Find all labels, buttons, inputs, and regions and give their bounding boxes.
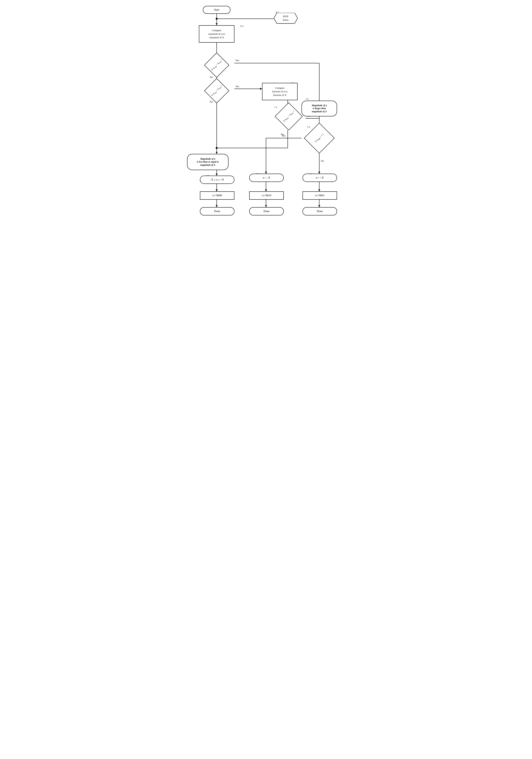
svg-text:IEEE: IEEE — [283, 15, 289, 18]
cc-01-node: cc=0b01 — [303, 191, 337, 200]
svg-marker-51 — [318, 205, 320, 207]
svg-marker-41 — [216, 189, 218, 191]
compare-fraction-node: Comparefraction of α tofraction of X — [262, 83, 298, 100]
svg-marker-17 — [260, 88, 262, 90]
diamond-76-node: Is αsign = 1 ? — [301, 126, 338, 150]
diamond-68-node: Is αexp = Xexp ? — [199, 82, 234, 100]
step-74-label: 7 4 — [306, 98, 308, 100]
svg-marker-33 — [265, 172, 267, 174]
diamond-66-node: Is αexp > Xexp ? — [199, 56, 234, 74]
svg-point-3 — [216, 18, 218, 20]
compare-exponent-node: Compareexponent of α toexponent of X — [199, 25, 234, 43]
flowchart: No Yes No Yes Yes No — [177, 4, 355, 257]
magnitude-less-node: Magnitude of αis less than or equal toma… — [187, 154, 228, 170]
svg-marker-28 — [216, 152, 218, 154]
svg-text:No: No — [210, 76, 213, 79]
svg-marker-52 — [274, 13, 298, 23]
svg-text:No: No — [210, 100, 213, 103]
cc-10-node: cc=0b10 — [249, 191, 284, 200]
svg-marker-45 — [265, 189, 267, 191]
svg-point-14 — [216, 147, 218, 149]
step-64-label: 6 4 — [240, 25, 243, 28]
done-3-node: Done — [303, 207, 337, 216]
cc-00-node: cc=0b00 — [200, 191, 234, 200]
svg-text:No: No — [321, 159, 324, 162]
svg-text:Yes: Yes — [282, 134, 286, 137]
svg-text:No: No — [281, 133, 284, 136]
done-1-node: Done — [200, 207, 234, 216]
svg-text:Entry: Entry — [283, 19, 289, 21]
svg-text:Yes: Yes — [235, 85, 239, 88]
start-node: Start — [203, 6, 230, 14]
result-82-node: α < -X — [249, 174, 284, 182]
svg-marker-1 — [216, 23, 218, 25]
svg-marker-43 — [216, 205, 218, 207]
done-2-node: Done — [249, 207, 284, 216]
result-84-node: α > +X — [303, 174, 337, 182]
svg-marker-47 — [265, 205, 267, 207]
svg-marker-39 — [216, 174, 218, 176]
result-80-node: -X ≤ α ≤ +X — [200, 176, 234, 184]
magnitude-larger-node: Magnitude of αis larger thanmagnitude of… — [302, 100, 337, 116]
svg-marker-49 — [318, 189, 320, 191]
svg-text:Yes: Yes — [235, 59, 239, 62]
ieee-entry-node: IEEE Entry — [274, 13, 298, 24]
svg-marker-36 — [318, 172, 320, 174]
